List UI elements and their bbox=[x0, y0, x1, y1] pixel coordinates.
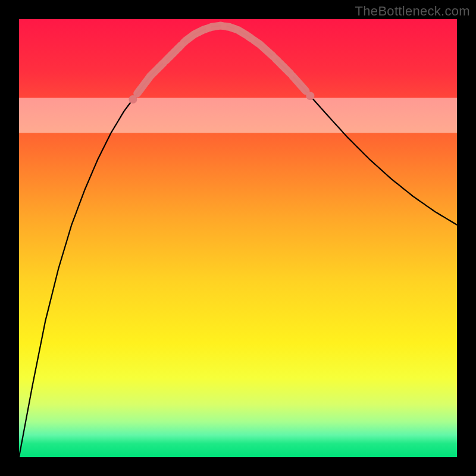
chart-frame: TheBottleneck.com bbox=[0, 0, 476, 476]
watermark-text: TheBottleneck.com bbox=[355, 4, 470, 19]
svg-point-3 bbox=[306, 92, 314, 100]
svg-rect-0 bbox=[19, 19, 457, 457]
svg-point-2 bbox=[129, 95, 137, 104]
plot-area bbox=[19, 19, 457, 457]
chart-svg bbox=[19, 19, 457, 457]
svg-rect-1 bbox=[19, 98, 457, 133]
